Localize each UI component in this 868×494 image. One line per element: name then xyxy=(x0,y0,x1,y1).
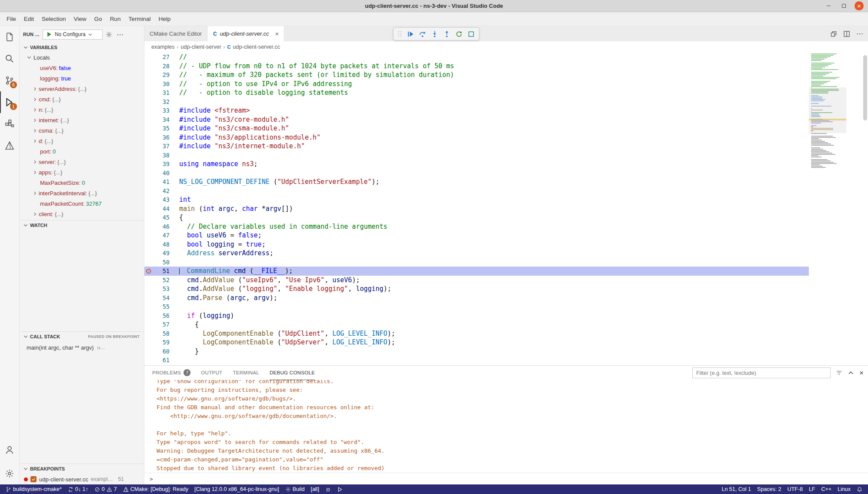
debug-console-filter-input[interactable] xyxy=(692,367,831,378)
minimap[interactable] xyxy=(809,53,846,168)
variable-client[interactable]: client: {...} xyxy=(20,209,144,219)
code-line-31[interactable]: 31// - option to disable logging stateme… xyxy=(144,88,809,97)
activity-source-control[interactable]: 6 xyxy=(0,70,19,91)
code-line-60[interactable]: 60 } xyxy=(144,347,809,356)
breakpoints-section-header[interactable]: BREAKPOINTS xyxy=(20,464,144,473)
open-changes-icon[interactable] xyxy=(830,30,837,37)
activity-cmake[interactable] xyxy=(0,135,19,157)
status-language-mode[interactable]: C++ xyxy=(818,484,835,494)
step-out-button[interactable] xyxy=(441,28,453,40)
code-line-55[interactable]: 55 xyxy=(144,302,809,311)
status-build-target[interactable]: [all] xyxy=(307,484,322,494)
code-line-54[interactable]: 54 cmd.Parse (argc, argv); xyxy=(144,294,809,303)
code-line-50[interactable]: 50 xyxy=(144,258,809,267)
status-cursor-position[interactable]: Ln 51, Col 1 xyxy=(718,484,754,494)
panel-tab-output[interactable]: OUTPUT xyxy=(201,366,222,380)
close-tab-icon[interactable]: × xyxy=(275,30,279,37)
code-line-33[interactable]: 33#include <fstream> xyxy=(144,106,809,115)
split-editor-icon[interactable] xyxy=(843,30,850,37)
variable-n[interactable]: n: {...} xyxy=(20,104,144,115)
menu-terminal[interactable]: Terminal xyxy=(124,16,154,22)
code-line-40[interactable]: 40 xyxy=(144,169,809,178)
status-debug-launch[interactable] xyxy=(322,484,334,494)
code-line-49[interactable]: 49 Address serverAddress; xyxy=(144,249,809,258)
code-line-30[interactable]: 30// - option to use IPv4 or IPv6 addres… xyxy=(144,80,809,89)
debug-console-prompt[interactable]: > xyxy=(144,473,868,484)
close-window-button[interactable]: × xyxy=(855,1,864,10)
launch-config-dropdown[interactable]: No Configura xyxy=(43,30,103,40)
code-line-35[interactable]: 35#include "ns3/csma-module.h" xyxy=(144,124,809,133)
variable-apps[interactable]: apps: {...} xyxy=(20,167,144,177)
menu-edit[interactable]: Edit xyxy=(20,16,38,22)
close-panel-icon[interactable]: × xyxy=(859,369,864,377)
menu-view[interactable]: View xyxy=(70,16,90,22)
code-line-45[interactable]: 45{ xyxy=(144,213,809,222)
code-line-58[interactable]: 58 LogComponentEnable ("UdpClient", LOG_… xyxy=(144,329,809,338)
activity-search[interactable] xyxy=(0,48,19,70)
scope-locals[interactable]: Locals xyxy=(20,52,144,63)
tab-cmake-cache-editor[interactable]: CMake Cache Editor xyxy=(144,26,207,41)
variable-maxPacketCount[interactable]: maxPacketCount: 32767 xyxy=(20,198,144,209)
variable-MaxPacketSize[interactable]: MaxPacketSize: 0 xyxy=(20,177,144,188)
stack-frame-main[interactable]: main(int argc, char ** argv) u… xyxy=(20,342,144,353)
activity-extensions[interactable] xyxy=(0,113,19,135)
panel-tab-problems[interactable]: PROBLEMS7 xyxy=(152,366,190,380)
activity-settings[interactable] xyxy=(0,463,19,484)
variable-server[interactable]: server: {...} xyxy=(20,157,144,167)
code-line-29[interactable]: 29// - maximum of 320 packets sent (or l… xyxy=(144,70,809,80)
more-actions-icon[interactable]: ⋯ xyxy=(856,30,864,38)
variable-interPacketInterval[interactable]: interPacketInterval: {...} xyxy=(20,188,144,198)
status-active-kit[interactable]: [Clang 12.0.0 x86_64-pc-linux-gnu] xyxy=(191,484,282,494)
code-line-42[interactable]: 42 xyxy=(144,187,809,196)
code-line-38[interactable]: 38 xyxy=(144,151,809,160)
variables-section-header[interactable]: VARIABLES xyxy=(20,43,144,52)
status-encoding[interactable]: UTF-8 xyxy=(784,484,805,494)
menu-help[interactable]: Help xyxy=(154,16,174,22)
status-os[interactable]: Linux xyxy=(835,484,854,494)
variable-cmd[interactable]: cmd: {...} xyxy=(20,94,144,104)
restart-button[interactable] xyxy=(453,28,465,40)
stop-button[interactable] xyxy=(465,28,477,40)
watch-section-header[interactable]: WATCH xyxy=(20,220,144,230)
status-notifications[interactable] xyxy=(854,484,865,494)
configure-gear-icon[interactable] xyxy=(106,31,112,38)
editor-scrollbar[interactable] xyxy=(862,53,868,365)
continue-button[interactable] xyxy=(404,28,416,40)
menu-selection[interactable]: Selection xyxy=(38,16,70,22)
scrollbar-thumb[interactable] xyxy=(863,55,867,120)
activity-run-and-debug[interactable]: 1 xyxy=(0,91,19,113)
code-line-44[interactable]: 44main (int argc, char *argv[]) xyxy=(144,204,809,214)
code-line-59[interactable]: 59 LogComponentEnable ("UdpServer", LOG_… xyxy=(144,338,809,347)
status-build[interactable]: Build xyxy=(282,484,308,494)
menu-file[interactable]: File xyxy=(3,16,20,22)
tab-udp-client-server-cc[interactable]: Cudp-client-server.cc× xyxy=(207,26,284,41)
status-run-launch[interactable] xyxy=(334,484,346,494)
code-line-57[interactable]: 57 { xyxy=(144,320,809,329)
maximize-button[interactable] xyxy=(839,1,848,10)
code-line-52[interactable]: 52 cmd.AddValue ("useIpv6", "Use Ipv6", … xyxy=(144,276,809,285)
variable-internet[interactable]: internet: {...} xyxy=(20,115,144,125)
status-cmake-status[interactable]: CMake: [Debug]: Ready xyxy=(120,484,191,494)
filter-icon[interactable] xyxy=(836,370,842,376)
minimize-button[interactable] xyxy=(824,1,833,10)
breakpoint-checkbox[interactable] xyxy=(30,476,37,482)
variable-csma[interactable]: csma: {...} xyxy=(20,125,144,136)
more-actions-icon[interactable]: ⋯ xyxy=(117,30,124,39)
code-line-61[interactable]: 61 xyxy=(144,356,809,365)
code-line-46[interactable]: 46 // Declare variables used in command-… xyxy=(144,222,809,231)
code-line-34[interactable]: 34#include "ns3/core-module.h" xyxy=(144,115,809,124)
code-line-47[interactable]: 47 bool useV6 = false; xyxy=(144,231,809,240)
activity-explorer[interactable] xyxy=(0,26,19,48)
breakpoint-item[interactable]: udp-client-server.cc exampl… 51 xyxy=(20,474,144,484)
status-git-branch[interactable]: buildsystem-cmake* xyxy=(3,484,65,494)
code-line-37[interactable]: 37#include "ns3/internet-module.h" xyxy=(144,142,809,151)
code-line-51[interactable]: 51 CommandLine cmd (__FILE__); xyxy=(144,267,809,276)
code-line-53[interactable]: 53 cmd.AddValue ("logging", "Enable logg… xyxy=(144,284,809,294)
maximize-panel-icon[interactable] xyxy=(848,370,854,376)
code-line-39[interactable]: 39using namespace ns3; xyxy=(144,160,809,169)
code-line-41[interactable]: 41NS_LOG_COMPONENT_DEFINE ("UdpClientSer… xyxy=(144,177,809,187)
variable-port[interactable]: port: 0 xyxy=(20,146,144,157)
variable-serverAddress[interactable]: serverAddress: {...} xyxy=(20,83,144,94)
code-line-27[interactable]: 27// xyxy=(144,53,809,62)
paused-breakpoint-icon[interactable] xyxy=(144,267,155,276)
